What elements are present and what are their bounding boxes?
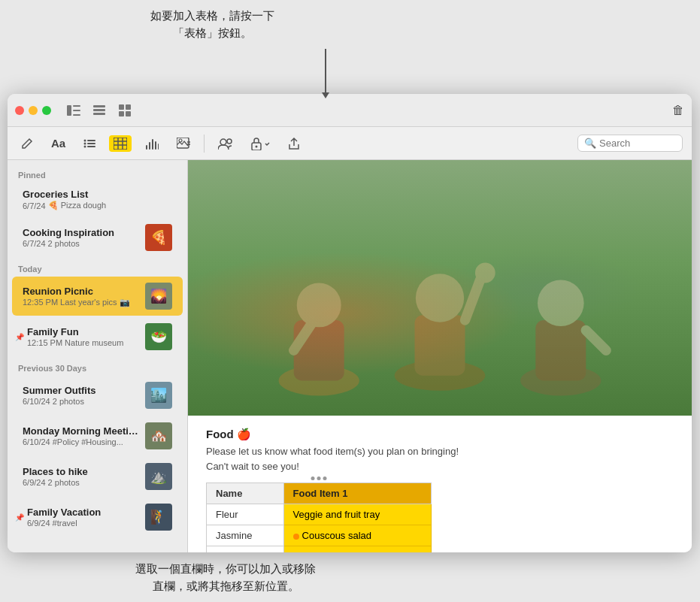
note-meta: 12:15 PM Nature museum — [27, 338, 139, 347]
note-title: Cooking Inspiration — [23, 227, 139, 238]
svg-rect-12 — [87, 140, 95, 141]
today-label: Today — [8, 259, 187, 277]
note-info: Reunion Picnic 12:35 PM Last year's pics… — [23, 286, 139, 307]
food-desc: Please let us know what food item(s) you… — [206, 444, 674, 473]
annotation-bottom: 選取一個直欄時，你可以加入或移除 直欄，或將其拖移至新位置。 — [135, 561, 316, 594]
note-title: Family Vacation — [27, 507, 139, 518]
cell-food: Couscous salad — [283, 525, 431, 546]
handle-dot-1 — [311, 476, 315, 480]
svg-point-11 — [84, 139, 86, 141]
trash-button[interactable]: 🗑 — [672, 104, 684, 117]
note-meta: 6/9/24 #travel — [27, 519, 139, 528]
handle-dot-3 — [323, 476, 327, 480]
minimize-button[interactable] — [29, 106, 38, 115]
col-food-header: Food Item 1 — [283, 483, 431, 504]
text-format-button[interactable]: Aa — [47, 135, 70, 152]
svg-rect-38 — [415, 315, 465, 375]
svg-point-39 — [416, 274, 464, 322]
cell-name: Ryan — [207, 546, 284, 553]
food-table-wrapper: Name Food Item 1 FleurVeggie and fruit t… — [206, 483, 432, 552]
search-box[interactable]: 🔍 — [577, 135, 683, 152]
svg-rect-24 — [152, 139, 153, 150]
svg-rect-34 — [294, 320, 344, 380]
traffic-lights — [15, 106, 51, 115]
lock-button[interactable] — [247, 135, 274, 153]
note-thumb: 🌄 — [145, 283, 172, 310]
close-button[interactable] — [15, 106, 24, 115]
note-info: Family Vacation 6/9/24 #travel — [23, 507, 139, 528]
grid-view-button[interactable] — [116, 103, 134, 118]
toolbar: Aa — [8, 127, 692, 160]
food-table: Name Food Item 1 FleurVeggie and fruit t… — [206, 483, 432, 552]
svg-point-30 — [227, 139, 232, 144]
note-thumb: 🥗 — [145, 323, 172, 350]
note-item-hike[interactable]: Places to hike 6/9/24 2 photos ⛰️ — [12, 457, 183, 496]
arrow-top — [325, 49, 326, 94]
note-title: Reunion Picnic — [23, 286, 139, 297]
note-meta: 6/9/24 2 photos — [23, 478, 139, 487]
media-button[interactable] — [172, 135, 195, 152]
svg-rect-6 — [93, 113, 105, 115]
search-icon: 🔍 — [584, 138, 596, 149]
toolbar-separator-1 — [204, 135, 205, 153]
main-content: Pinned Groceries List 6/7/24 🍕 Pizza dou… — [8, 160, 692, 552]
previous-label: Previous 30 Days — [8, 358, 187, 376]
note-info: Cooking Inspiration 6/7/24 2 photos — [23, 227, 139, 248]
svg-rect-16 — [87, 146, 95, 147]
svg-point-29 — [220, 139, 226, 145]
svg-point-28 — [179, 139, 182, 142]
share-button[interactable] — [283, 135, 305, 153]
svg-point-32 — [256, 145, 258, 147]
note-meta: 6/10/24 2 photos — [23, 397, 139, 406]
edit-button[interactable] — [17, 135, 38, 152]
note-item-summer[interactable]: Summer Outfits 6/10/24 2 photos 🏙️ — [12, 376, 183, 415]
doc-area: Food 🍎 Please let us know what food item… — [188, 160, 692, 552]
note-item-monday[interactable]: Monday Morning Meeting 6/10/24 #Policy #… — [12, 416, 183, 455]
note-item-reunion[interactable]: Reunion Picnic 12:35 PM Last year's pics… — [12, 277, 183, 316]
app-window: 🗑 Aa — [8, 94, 692, 552]
note-item-groceries[interactable]: Groceries List 6/7/24 🍕 Pizza dough — [12, 183, 183, 216]
table-row: RyanBurgers and buns — [207, 546, 432, 553]
svg-rect-23 — [149, 142, 150, 150]
svg-rect-7 — [119, 104, 124, 110]
col-name-header: Name — [207, 483, 284, 504]
svg-rect-22 — [146, 145, 147, 150]
collab-button[interactable] — [214, 135, 238, 152]
note-thumb: ⛰️ — [145, 463, 172, 490]
note-item-vacation[interactable]: 📌 Family Vacation 6/9/24 #travel 🧗 — [12, 498, 183, 537]
note-thumb: 🍕 — [145, 224, 172, 251]
note-meta: 6/10/24 #Policy #Housing... — [23, 437, 139, 446]
audio-button[interactable] — [141, 135, 163, 152]
svg-rect-14 — [87, 143, 95, 144]
table-button[interactable] — [109, 135, 132, 152]
note-meta: 12:35 PM Last year's pics 📷 — [23, 298, 139, 307]
list-button[interactable] — [79, 136, 100, 151]
note-info: Family Fun 12:15 PM Nature museum — [23, 326, 139, 347]
note-info: Summer Outfits 6/10/24 2 photos — [23, 385, 139, 406]
svg-rect-4 — [93, 105, 105, 107]
note-title: Groceries List — [23, 189, 172, 200]
svg-rect-17 — [114, 138, 127, 150]
svg-rect-8 — [126, 104, 131, 110]
note-thumb: 🏙️ — [145, 382, 172, 409]
sidebar-toggle-button[interactable] — [65, 103, 83, 118]
search-input[interactable] — [599, 138, 676, 149]
handle-dot-2 — [317, 476, 321, 480]
titlebar: 🗑 — [8, 94, 692, 127]
maximize-button[interactable] — [42, 106, 51, 115]
svg-rect-26 — [158, 144, 159, 150]
svg-point-13 — [84, 142, 86, 144]
note-thumb: 🧗 — [145, 504, 172, 531]
svg-point-35 — [297, 283, 341, 327]
note-item-family-fun[interactable]: 📌 Family Fun 12:15 PM Nature museum 🥗 — [12, 317, 183, 356]
svg-line-40 — [465, 280, 480, 320]
note-item-cooking[interactable]: Cooking Inspiration 6/7/24 2 photos 🍕 — [12, 218, 183, 257]
table-row: JasmineCouscous salad — [207, 525, 432, 546]
note-title: Summer Outfits — [23, 385, 139, 396]
cell-name: Jasmine — [207, 525, 284, 546]
table-handle — [311, 476, 327, 480]
list-view-button[interactable] — [90, 103, 108, 118]
svg-point-15 — [84, 145, 86, 147]
note-info: Places to hike 6/9/24 2 photos — [23, 466, 139, 487]
svg-rect-10 — [126, 111, 131, 116]
